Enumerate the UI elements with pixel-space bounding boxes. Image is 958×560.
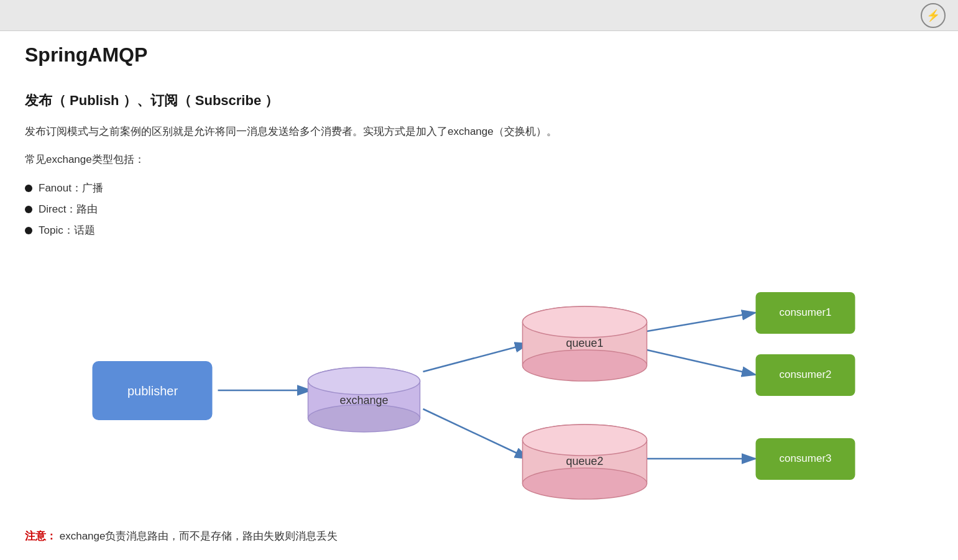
svg-text:publisher: publisher (127, 384, 178, 398)
svg-point-13 (308, 405, 420, 432)
svg-text:consumer3: consumer3 (779, 452, 831, 464)
description1: 发布订阅模式与之前案例的区别就是允许将同一消息发送给多个消费者。实现方式是加入了… (25, 122, 933, 142)
svg-line-3 (423, 409, 529, 459)
exchange-types-list: Fanout：广播 Direct：路由 Topic：话题 (25, 178, 933, 241)
note-text: exchange负责消息路由，而不是存储，路由失败则消息丢失 (60, 530, 338, 542)
svg-text:queue1: queue1 (566, 337, 603, 349)
svg-text:consumer2: consumer2 (779, 369, 831, 380)
svg-point-20 (523, 350, 647, 381)
list-item: Fanout：广播 (25, 178, 933, 199)
diagram-svg: publisher exchange queue1 (25, 254, 933, 515)
svg-point-21 (523, 306, 647, 337)
svg-text:exchange: exchange (339, 394, 388, 406)
fanout-label: Fanout：广播 (39, 178, 103, 199)
top-bar: ⚡ (0, 0, 958, 31)
topic-label: Topic：话题 (39, 220, 95, 241)
direct-label: Direct：路由 (39, 199, 98, 220)
svg-point-28 (523, 425, 647, 456)
svg-point-27 (523, 468, 647, 499)
svg-point-14 (308, 367, 420, 395)
section-title: 发布（ Publish ）、订阅（ Subscribe ） (25, 91, 933, 110)
svg-line-2 (423, 344, 529, 372)
bullet-icon (25, 227, 32, 234)
svg-text:consumer1: consumer1 (779, 306, 831, 318)
list-item: Direct：路由 (25, 199, 933, 220)
bullet-icon (25, 206, 32, 213)
bullet-icon (25, 185, 32, 192)
content-area: SpringAMQP 发布（ Publish ）、订阅（ Subscribe ）… (0, 31, 958, 560)
svg-line-4 (647, 313, 756, 331)
page-container: ⚡ SpringAMQP 发布（ Publish ）、订阅（ Subscribe… (0, 0, 958, 560)
description2: 常见exchange类型包括： (25, 150, 933, 170)
svg-line-5 (647, 350, 756, 375)
note-label: 注意： (25, 530, 57, 542)
diagram-area: publisher exchange queue1 (25, 254, 933, 515)
csdn-logo: ⚡ (921, 3, 946, 28)
list-item: Topic：话题 (25, 220, 933, 241)
note-area: 注意： exchange负责消息路由，而不是存储，路由失败则消息丢失 (25, 527, 933, 546)
svg-text:queue2: queue2 (566, 455, 603, 467)
page-title: SpringAMQP (25, 44, 933, 73)
